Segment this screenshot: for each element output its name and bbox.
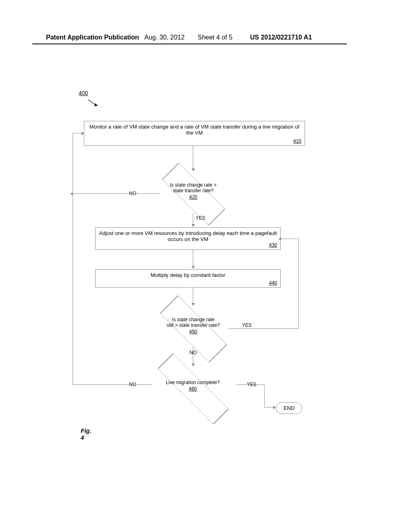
- curve-arrow-icon: [86, 98, 102, 110]
- arrow-down-icon: [192, 364, 195, 366]
- end-terminator: END: [276, 402, 302, 414]
- figure-label: Fig. 4: [81, 427, 92, 441]
- header-divider: [32, 44, 347, 44]
- process-ref: 430: [269, 242, 277, 248]
- decision-420: [162, 163, 225, 226]
- flow-reference-400: 400: [79, 90, 88, 96]
- yes-label-420: YES: [196, 215, 205, 221]
- arrow-down-icon: [192, 168, 195, 171]
- connector: [73, 193, 160, 194]
- connector: [193, 347, 193, 364]
- connector: [228, 328, 298, 329]
- connector: [298, 239, 299, 329]
- connector: [193, 250, 193, 267]
- process-ref: 440: [269, 280, 277, 286]
- header-date: Aug. 30, 2012: [144, 34, 185, 41]
- header-docnum: US 2012/0221710 A1: [250, 34, 312, 41]
- connector: [281, 239, 298, 239]
- yes-label-450: YES: [242, 322, 252, 328]
- process-box-410: Monitor a rate of VM state change and a …: [84, 121, 305, 146]
- arrow-down-icon: [192, 224, 195, 227]
- arrow-left-icon: [278, 237, 281, 241]
- process-text: Multiply delay by constant factor: [151, 272, 225, 278]
- process-box-440: Multiply delay by constant factor 440: [95, 269, 281, 288]
- connector: [193, 213, 193, 225]
- end-label: END: [284, 405, 294, 411]
- arrow-right-icon: [273, 406, 276, 409]
- process-box-430: Adjust one or more VM resources by intro…: [95, 227, 281, 250]
- arrow-right-icon: [81, 132, 84, 135]
- process-text: Adjust one or more VM resources by intro…: [99, 230, 277, 242]
- connector: [236, 384, 264, 385]
- svg-marker-0: [94, 103, 98, 106]
- connector: [73, 133, 73, 385]
- connector: [193, 146, 193, 169]
- process-text: Monitor a rate of VM state change and a …: [90, 124, 299, 136]
- process-ref: 410: [293, 138, 301, 144]
- connector: [73, 133, 82, 133]
- arrow-down-icon: [192, 303, 195, 306]
- header-publication: Patent Application Publication: [46, 34, 139, 41]
- header-sheet: Sheet 4 of 5: [198, 34, 232, 41]
- connector: [73, 384, 152, 385]
- connector: [193, 288, 193, 304]
- no-label-450: NO: [190, 350, 197, 355]
- connector: [264, 407, 274, 407]
- connector: [264, 384, 265, 407]
- arrow-down-icon: [192, 266, 195, 269]
